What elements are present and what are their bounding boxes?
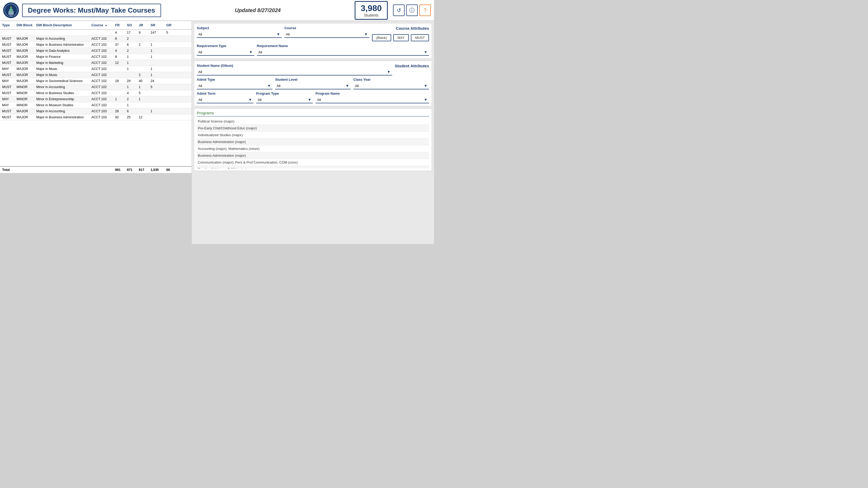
req-type-arrow: ▼ [249,50,253,54]
table-row: MUSTMAJORMajor in AccountingACCT 1032861 [0,108,191,114]
page-title: Degree Works: Must/May Take Courses [28,6,155,15]
app-header: 1871 Degree Works: Must/May Take Courses… [0,0,434,21]
col-gr: GR [165,23,176,28]
col-type: Type [1,23,16,28]
table-row: MUSTMAJORMajor in Business Administratio… [0,42,191,48]
bottom-area [0,173,434,244]
total-fr: 991 [114,168,126,172]
back-button[interactable]: ↺ [393,4,405,16]
student-level-select[interactable]: All ▼ [275,83,351,89]
student-name-filter: Student Name (GNum) All ▼ [197,64,392,76]
student-level-filter: Student Level All ▼ [275,78,351,89]
table-row: MAYMAJORMajor in Sociomedical SciencesAC… [0,78,191,84]
table-row: MUSTMAJORMajor in AccountingACCT 10262 [0,36,191,42]
subject-dropdown-arrow: ▼ [277,32,280,36]
col-jr: JR [138,23,150,28]
req-type-label: Requirement Type [197,44,254,48]
list-item[interactable]: Individualized Studies (major) [197,132,429,139]
header-icons: ↺ ⓘ ? [393,4,431,16]
program-name-filter: Program Name All ▼ [315,91,429,103]
total-label: Total [1,168,16,172]
help-button[interactable]: ? [419,4,431,16]
student-level-label: Student Level [275,78,351,82]
admit-term-filter: Admit Term All ▼ [197,91,253,103]
table-row: MAYMAJORMajor in MusicACCT 10211 [0,66,191,72]
total-gr: 66 [165,168,176,172]
list-item[interactable]: Pre-Early Chld/Childhood Educ (major) [197,125,429,132]
table-row: MUSTMINORMinor in AccountingACCT 102115 [0,84,191,90]
class-year-arrow: ▼ [424,84,428,88]
col-course[interactable]: Course ▲ [90,23,114,28]
table-row: MAYMINORMinor in Museum StudiesACCT 1021 [0,102,191,108]
req-name-filter: Requirement Name All ▼ [257,44,429,56]
programs-title: Programs [197,111,429,116]
admit-type-filter: Admit Type All ▼ [197,78,273,89]
subject-label: Subject [197,26,282,30]
list-item[interactable]: Communication (major); Pers & Prof Commu… [197,159,429,166]
student-attributes-section: Student Name (GNum) All ▼ Student Attrib… [194,61,432,106]
blank-button[interactable]: (Blank) [372,34,391,41]
course-attributes-section: Subject All ▼ Course All ▼ [194,23,432,59]
data-table-panel: Type DW Block DW Block Description Cours… [0,21,192,173]
req-type-select[interactable]: All ▼ [197,49,254,56]
student-count-box: 3,980 Students [355,1,388,20]
filter-panel: Subject All ▼ Course All ▼ [192,21,434,173]
col-fr: FR [114,23,126,28]
list-item[interactable]: Business Administration (major) [197,152,429,159]
table-row: MUSTMAJORMajor in Data AnalyticsACCT 102… [0,48,191,54]
col-dw-block: DW Block [16,23,35,28]
total-row: Total 991 971 917 1,035 66 [0,166,191,173]
program-type-filter: Program Type All ▼ [256,91,313,103]
admit-type-select[interactable]: All ▼ [197,83,273,89]
info-button[interactable]: ⓘ [406,4,418,16]
table-body: 4 17 9 147 5 MUSTMAJORMajor in Accountin… [0,30,191,166]
programs-section: Programs Political Science (major)Pre-Ea… [194,108,432,171]
course-attributes-title: Course Attributes [396,26,429,30]
program-type-label: Program Type [256,91,313,95]
list-item[interactable]: Business Administration (major) [197,139,429,145]
admit-type-label: Admit Type [197,78,273,82]
program-name-label: Program Name [315,91,429,95]
program-name-arrow: ▼ [424,97,428,102]
admit-term-select[interactable]: All ▼ [197,96,253,103]
student-label: Students [361,13,382,17]
subject-filter: Subject All ▼ [197,26,282,38]
total-so: 971 [126,168,138,172]
subject-select[interactable]: All ▼ [197,31,282,38]
admit-term-label: Admit Term [197,91,253,95]
table-row: MUSTMAJORMajor in FinanceACCT 102811 [0,54,191,60]
course-select[interactable]: All ▼ [284,31,369,38]
admit-term-arrow: ▼ [248,97,252,102]
course-dropdown-arrow: ▼ [364,32,368,36]
program-type-arrow: ▼ [308,97,311,102]
table-row: MAYMINORMinor in EntrepreneurshipACCT 10… [0,96,191,102]
table-row: 4 17 9 147 5 [0,30,191,36]
may-button[interactable]: MAY [393,34,409,41]
title-box: Degree Works: Must/May Take Courses [22,4,161,17]
student-level-arrow: ▼ [345,84,349,88]
list-item[interactable]: Reading & Literacy B-12 (major) [197,166,429,169]
table-header: Type DW Block DW Block Description Cours… [0,21,191,30]
must-button[interactable]: MUST [411,34,429,41]
list-item[interactable]: Accounting (major); Mathematics (minor) [197,145,429,152]
col-sr: SR [150,23,165,28]
table-row: MUSTMAJORMajor in Business Administratio… [0,114,191,120]
table-row: MUSTMAJORMajor in MarketingACCT 102121 [0,60,191,66]
course-filter-label: Course [284,26,369,30]
bottom-left-panel [0,173,192,244]
class-year-select[interactable]: All ▼ [353,83,429,89]
svg-text:1871: 1871 [9,15,12,16]
req-name-select[interactable]: All ▼ [257,49,429,56]
svg-rect-4 [11,6,11,8]
student-attributes-title: Student Attributes [395,64,429,68]
program-name-select[interactable]: All ▼ [315,96,429,103]
updated-text: Updated 8/27/2024 [164,7,351,13]
student-name-arrow: ▼ [387,70,391,74]
table-row: MUSTMINORMinor in Business StudiesACCT 1… [0,90,191,96]
list-item[interactable]: Political Science (major) [197,118,429,125]
student-name-select[interactable]: All ▼ [197,68,392,76]
student-count: 3,980 [361,3,382,13]
university-logo: 1871 [3,2,19,18]
program-type-select[interactable]: All ▼ [256,96,313,103]
total-jr: 917 [138,168,150,172]
